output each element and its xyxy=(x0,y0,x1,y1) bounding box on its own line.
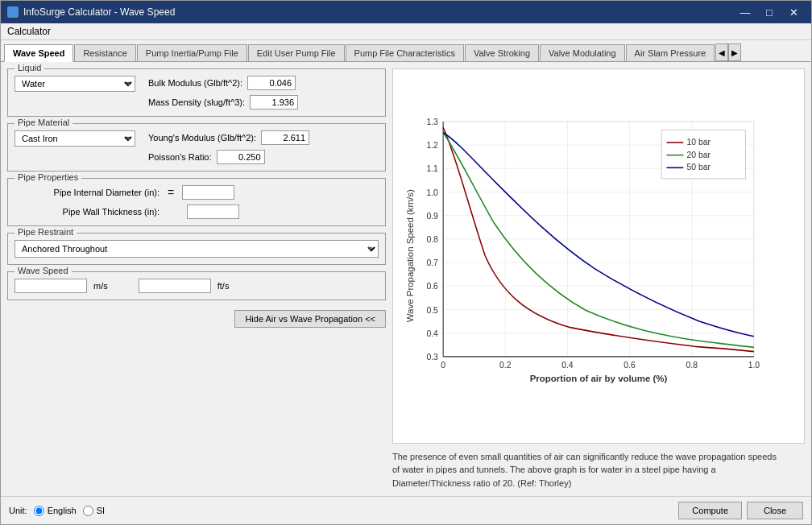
bottom-buttons: Compute Close xyxy=(678,502,803,519)
tab-valve-stroking[interactable]: Valve Stroking xyxy=(465,44,539,61)
bulk-modulus-input[interactable] xyxy=(247,76,296,90)
wave-speed-row: m/s ft/s xyxy=(14,279,379,293)
title-bar: InfoSurge Calculator - Wave Speed — □ ✕ xyxy=(1,1,811,23)
compute-button[interactable]: Compute xyxy=(678,502,742,519)
tab-air-slam[interactable]: Air Slam Pressure xyxy=(626,44,715,61)
wave-speed-ms-input[interactable] xyxy=(14,279,87,293)
poissons-ratio-label: Poisson's Ratio: xyxy=(148,152,212,162)
svg-text:1.1: 1.1 xyxy=(426,164,438,173)
window-title: InfoSurge Calculator - Wave Speed xyxy=(23,6,175,18)
tab-scroll-right[interactable]: ▶ xyxy=(728,43,741,61)
window-close-button[interactable]: ✕ xyxy=(782,4,805,20)
menu-calculator[interactable]: Calculator xyxy=(7,26,51,37)
tab-valve-modulating[interactable]: Valve Modulating xyxy=(540,44,625,61)
pipe-material-fields-col: Young's Modulus (Glb/ft^2): Poisson's Ra… xyxy=(148,130,309,164)
main-window: InfoSurge Calculator - Wave Speed — □ ✕ … xyxy=(0,0,812,525)
tab-pump-characteristics[interactable]: Pump File Characteristics xyxy=(346,44,464,61)
mass-density-row: Mass Density (slug/ft^3): xyxy=(148,95,298,110)
diameter-row: Pipe Internal Diameter (in): = xyxy=(14,185,379,200)
unit-si-text: SI xyxy=(97,506,105,515)
svg-text:Proportion of air by volume (%: Proportion of air by volume (%) xyxy=(530,374,668,383)
svg-text:1.0: 1.0 xyxy=(748,361,760,370)
thickness-row: Pipe Wall Thickness (in): xyxy=(14,205,379,219)
mass-density-input[interactable] xyxy=(250,95,298,110)
unit-english-label: English xyxy=(34,506,77,516)
pipe-material-row: Cast Iron Steel PVC Concrete Copper Duct… xyxy=(14,130,379,164)
liquid-dropdown[interactable]: Water Oil Other xyxy=(14,76,135,92)
poissons-ratio-row: Poisson's Ratio: xyxy=(148,150,309,164)
pipe-material-select-col: Cast Iron Steel PVC Concrete Copper Duct… xyxy=(14,130,135,147)
tab-resistance[interactable]: Resistance xyxy=(74,44,135,61)
poissons-ratio-input[interactable] xyxy=(217,150,265,164)
pipe-restraint-group: Pipe Restraint Anchored Throughout Expan… xyxy=(7,233,386,265)
tab-scroll-left[interactable]: ◀ xyxy=(715,43,728,61)
title-bar-controls: — □ ✕ xyxy=(734,4,805,20)
svg-text:1.2: 1.2 xyxy=(426,141,438,150)
svg-text:1.3: 1.3 xyxy=(426,118,438,126)
maximize-button[interactable]: □ xyxy=(758,4,781,20)
svg-text:20 bar: 20 bar xyxy=(686,151,710,159)
unit-si-label: SI xyxy=(83,506,105,516)
unit-row: Unit: English SI xyxy=(9,506,105,516)
youngs-modulus-row: Young's Modulus (Glb/ft^2): xyxy=(148,130,309,145)
bottom-bar: Unit: English SI Compute Close xyxy=(1,496,811,524)
pipe-material-group-title: Pipe Material xyxy=(14,118,72,127)
pipe-material-select-wrapper: Cast Iron Steel PVC Concrete Copper Duct… xyxy=(14,130,135,147)
chart-description: The presence of even small quantities of… xyxy=(392,450,779,490)
hide-air-wave-button[interactable]: Hide Air vs Wave Propagation << xyxy=(234,310,386,328)
wave-speed-ms-unit: m/s xyxy=(93,281,108,291)
svg-text:1.0: 1.0 xyxy=(426,188,438,197)
svg-text:10 bar: 10 bar xyxy=(686,138,710,147)
bulk-modulus-row: Bulk Modulus (Glb/ft^2): xyxy=(148,76,298,90)
svg-text:50 bar: 50 bar xyxy=(686,163,710,172)
tab-bar: Wave Speed Resistance Pump Inertia/Pump … xyxy=(1,40,811,62)
svg-text:0.8: 0.8 xyxy=(426,235,438,244)
close-button[interactable]: Close xyxy=(747,502,803,519)
minimize-button[interactable]: — xyxy=(734,4,756,20)
svg-text:0.9: 0.9 xyxy=(426,212,438,221)
restraint-select-wrapper: Anchored Throughout Expansion Joints Anc… xyxy=(14,240,379,258)
svg-text:0.4: 0.4 xyxy=(426,329,438,338)
svg-text:Wave Propagation Speed (km/s): Wave Propagation Speed (km/s) xyxy=(405,189,415,322)
thickness-input[interactable] xyxy=(187,205,239,219)
pipe-material-dropdown[interactable]: Cast Iron Steel PVC Concrete Copper Duct… xyxy=(14,130,135,147)
app-icon xyxy=(7,6,19,18)
liquid-fields-col: Bulk Modulus (Glb/ft^2): Mass Density (s… xyxy=(148,76,298,110)
thickness-label: Pipe Wall Thickness (in): xyxy=(14,207,160,217)
svg-text:0.3: 0.3 xyxy=(426,353,438,362)
pipe-restraint-group-title: Pipe Restraint xyxy=(14,227,77,237)
pipe-restraint-dropdown[interactable]: Anchored Throughout Expansion Joints Anc… xyxy=(14,240,379,258)
hide-btn-row: Hide Air vs Wave Propagation << xyxy=(7,310,386,328)
chart-area: Wave Propagation Speed (km/s) xyxy=(392,68,805,444)
liquid-row: Water Oil Other Bulk Modulus (Glb/ft^2): xyxy=(14,76,379,110)
mass-density-label: Mass Density (slug/ft^3): xyxy=(148,97,245,107)
tab-edit-pump[interactable]: Edit User Pump File xyxy=(248,44,345,61)
wave-propagation-chart: Wave Propagation Speed (km/s) xyxy=(401,77,796,435)
unit-label: Unit: xyxy=(9,506,27,515)
pipe-properties-group: Pipe Properties Pipe Internal Diameter (… xyxy=(7,178,386,226)
equals-sign: = xyxy=(168,186,174,199)
liquid-select-col: Water Oil Other xyxy=(14,76,135,92)
main-content: Liquid Water Oil Other Bulk xyxy=(1,62,811,496)
svg-text:0.2: 0.2 xyxy=(499,361,512,370)
youngs-modulus-input[interactable] xyxy=(261,130,309,145)
svg-text:0.4: 0.4 xyxy=(561,361,574,370)
svg-text:0.6: 0.6 xyxy=(426,282,438,291)
unit-si-radio[interactable] xyxy=(83,506,93,516)
unit-english-text: English xyxy=(48,506,77,515)
wave-speed-fts-input[interactable] xyxy=(139,279,211,293)
right-panel: Wave Propagation Speed (km/s) xyxy=(392,68,805,490)
tab-wave-speed[interactable]: Wave Speed xyxy=(4,44,73,62)
youngs-modulus-label: Young's Modulus (Glb/ft^2): xyxy=(148,133,256,143)
diameter-label: Pipe Internal Diameter (in): xyxy=(14,188,160,197)
wave-speed-fts-unit: ft/s xyxy=(218,281,230,291)
svg-text:0.5: 0.5 xyxy=(426,306,438,315)
pipe-properties-group-title: Pipe Properties xyxy=(14,172,81,182)
unit-english-radio[interactable] xyxy=(34,506,44,516)
wave-speed-group: Wave Speed m/s ft/s xyxy=(7,271,386,300)
liquid-group: Liquid Water Oil Other Bulk xyxy=(7,68,386,117)
diameter-input[interactable] xyxy=(182,185,234,200)
left-panel: Liquid Water Oil Other Bulk xyxy=(7,68,386,490)
wave-speed-group-title: Wave Speed xyxy=(14,266,72,275)
tab-pump-inertia[interactable]: Pump Inertia/Pump File xyxy=(137,44,247,61)
